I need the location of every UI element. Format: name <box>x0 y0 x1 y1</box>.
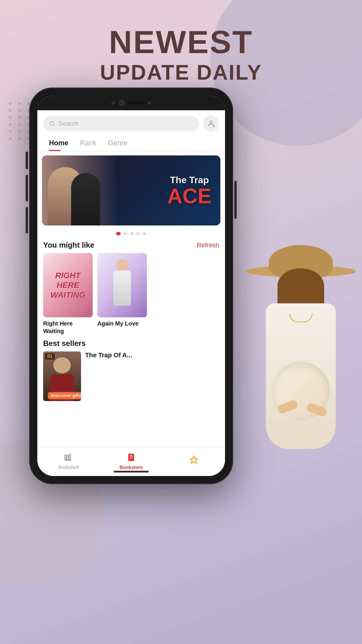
search-icon <box>49 120 55 127</box>
hat-brim <box>245 265 356 277</box>
best-seller-item-1[interactable]: 01 Newcomer gifts The Trap Of A... <box>43 351 219 401</box>
svg-point-0 <box>50 122 54 125</box>
book-cover-text-1: RIGHTHEREWAITING <box>48 268 88 303</box>
bs-book-title-1: The Trap Of A... <box>85 351 132 359</box>
slide-dot-3[interactable] <box>130 232 133 235</box>
phone-device: Search Home Rank Genre <box>29 88 233 490</box>
bookshelf-label: Bookshelf <box>58 465 79 470</box>
gifts-icon <box>189 456 198 466</box>
notch-ir <box>147 101 151 105</box>
book-title-1: Right Here Waiting <box>43 317 93 335</box>
woman-hair <box>277 268 324 303</box>
search-bar-area: Search <box>37 110 225 135</box>
search-input-wrap[interactable]: Search <box>43 116 199 132</box>
notch-speaker <box>111 101 115 105</box>
you-might-like-title: You might like <box>43 241 94 250</box>
front-camera <box>119 100 125 106</box>
tab-home[interactable]: Home <box>43 135 74 151</box>
nav-item-bookstore[interactable]: Bookstore <box>100 453 163 470</box>
volume-down-button <box>26 175 28 201</box>
profile-icon <box>207 120 215 128</box>
svg-rect-5 <box>65 455 66 460</box>
svg-point-2 <box>210 121 212 124</box>
bookstore-icon <box>127 453 136 464</box>
volume-up-button <box>26 152 28 169</box>
you-might-like-header: You might like Refresh <box>37 238 225 253</box>
header-line1: NEWEST <box>0 23 362 60</box>
svg-rect-9 <box>128 454 134 461</box>
slide-dot-5[interactable] <box>143 232 146 235</box>
header-section: NEWEST UPDATE DAILY <box>0 23 362 84</box>
phone-frame: Search Home Rank Genre <box>29 88 233 484</box>
book-cover-1: RIGHTHEREWAITING <box>43 253 93 317</box>
pregnant-belly <box>272 362 330 420</box>
featured-banner[interactable]: The Trap ACE <box>42 155 220 225</box>
slide-dot-4[interactable] <box>136 232 140 235</box>
power-button <box>234 181 237 219</box>
book-figure-2 <box>105 259 140 312</box>
book-cover-2 <box>97 253 147 317</box>
banner-title-block: The Trap ACE <box>167 175 212 206</box>
hat-crown <box>269 245 333 280</box>
carousel-dots <box>37 230 225 238</box>
header-line2: UPDATE DAILY <box>0 60 362 84</box>
banner-title-top: The Trap <box>167 175 212 186</box>
man-silhouette <box>71 173 100 225</box>
nav-item-bookshelf[interactable]: Bookshelf <box>37 453 100 470</box>
figure-head-2 <box>116 259 128 271</box>
woman-overlay <box>240 257 362 508</box>
notch-sensor <box>129 102 143 104</box>
banner-people <box>42 155 118 225</box>
svg-line-1 <box>53 125 55 126</box>
profile-button[interactable] <box>203 116 219 132</box>
bookstore-label: Bookstore <box>120 465 143 470</box>
book-card-2[interactable]: Again My Love <box>97 253 147 335</box>
book-title-2: Again My Love <box>97 317 147 327</box>
notch-bar <box>37 96 225 110</box>
right-hand <box>306 402 328 417</box>
woman-body <box>266 303 336 449</box>
woman-face <box>282 274 320 312</box>
tabs-row: Home Rank Genre <box>37 135 225 151</box>
left-hand <box>277 399 299 414</box>
newcomer-badge: Newcomer gifts <box>48 392 81 399</box>
books-row: RIGHTHEREWAITING Right Here Waiting Agai <box>37 253 225 335</box>
bookshelf-icon <box>64 453 73 464</box>
app-content: Search Home Rank Genre <box>37 110 225 476</box>
nav-item-gifts[interactable] <box>162 456 225 468</box>
slide-dot-2[interactable] <box>124 232 127 235</box>
slide-dot-1[interactable] <box>116 232 121 235</box>
best-sellers-title: Best sellers <box>43 339 219 348</box>
book-card-1[interactable]: RIGHTHEREWAITING Right Here Waiting <box>43 253 93 335</box>
svg-marker-13 <box>190 456 197 463</box>
refresh-button[interactable]: Refresh <box>197 242 219 249</box>
svg-rect-6 <box>67 456 68 460</box>
bs-rank-1: 01 <box>45 353 55 360</box>
phone-screen: Search Home Rank Genre <box>37 96 225 476</box>
tab-genre[interactable]: Genre <box>102 135 133 151</box>
silent-button <box>26 207 28 233</box>
search-placeholder-text: Search <box>58 120 79 127</box>
svg-rect-7 <box>69 454 71 460</box>
banner-title-ace: ACE <box>167 186 212 206</box>
home-indicator <box>114 471 149 473</box>
necklace <box>289 314 312 322</box>
bs-cover-1: 01 Newcomer gifts <box>43 351 81 401</box>
best-sellers-section: Best sellers 01 Newcomer gifts The Trap … <box>37 335 225 401</box>
figure-body-2 <box>113 271 131 306</box>
tab-rank[interactable]: Rank <box>74 135 102 151</box>
banner-background: The Trap ACE <box>42 155 220 225</box>
bs-person-head <box>53 357 71 373</box>
